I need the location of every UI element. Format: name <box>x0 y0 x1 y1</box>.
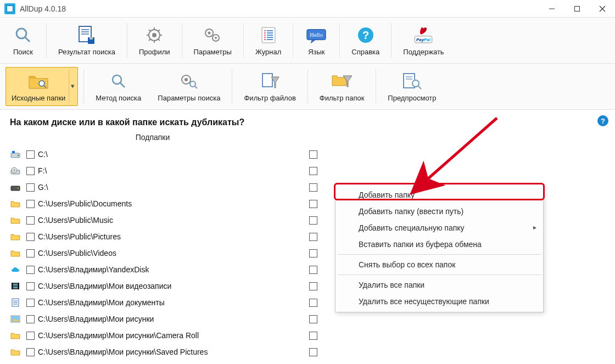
titlebar: AllDup 4.0.18 <box>0 0 615 18</box>
subfolder-checkbox[interactable] <box>309 249 317 257</box>
drive-primary-icon <box>10 149 21 159</box>
folder-row[interactable]: C:\Users\Public\Pictures <box>10 228 317 245</box>
subfolder-checkbox[interactable] <box>309 299 317 307</box>
folder-row[interactable]: C:\Users\Public\Videos <box>10 245 317 261</box>
subfolders-header: Подпапки <box>10 133 295 142</box>
folder-row[interactable]: C:\Users\Владимир\Мои рисунки\Camera Rol… <box>10 327 317 344</box>
folder-select-checkbox[interactable] <box>26 200 35 208</box>
search-button[interactable]: Поиск <box>5 21 41 60</box>
source-folders-button[interactable]: Исходные папки ▾ <box>5 67 78 106</box>
drive-dark-icon <box>10 182 21 192</box>
folder-path: C:\Users\Владимир\Мои документы <box>38 298 309 307</box>
subfolder-checkbox[interactable] <box>309 282 317 290</box>
log-icon <box>257 24 280 47</box>
ctx-add-folder-path[interactable]: Добавить папку (ввести путь) <box>336 203 543 220</box>
help-button[interactable]: ? Справка <box>345 21 385 60</box>
preview-button[interactable]: Предпросмотр <box>382 67 442 106</box>
folder-select-checkbox[interactable] <box>26 233 35 241</box>
svg-rect-51 <box>262 74 272 87</box>
ctx-paste-from-clipboard[interactable]: Вставить папки из буфера обмена <box>336 236 543 253</box>
svg-text:Hello: Hello <box>310 32 323 38</box>
profiles-button[interactable]: Профили <box>133 21 176 60</box>
svg-rect-65 <box>12 283 19 289</box>
svg-rect-1 <box>575 6 580 11</box>
folder-row[interactable]: C:\Users\Владимир\YandexDisk <box>10 261 317 278</box>
ctx-deselect-all[interactable]: Снять выбор со всех папок <box>336 256 543 273</box>
folder-icon <box>10 215 21 225</box>
picture-icon <box>10 314 21 324</box>
parameters-button[interactable]: Параметры <box>188 21 238 60</box>
folder-select-checkbox[interactable] <box>26 332 35 340</box>
folder-path: C:\Users\Public\Pictures <box>38 232 309 241</box>
results-button[interactable]: Результат поиска <box>52 21 121 60</box>
source-folders-panel: На каком диске или в какой папке искать … <box>0 110 615 364</box>
close-button[interactable] <box>590 0 615 18</box>
subfolder-checkbox[interactable] <box>309 167 317 175</box>
subfolder-checkbox[interactable] <box>309 233 317 241</box>
help-icon[interactable]: ? <box>597 115 608 126</box>
ctx-add-special-folder[interactable]: Добавить специальную папку <box>336 220 543 236</box>
svg-point-48 <box>185 78 188 81</box>
folder-icon <box>10 199 21 209</box>
log-button[interactable]: Журнал <box>249 21 287 60</box>
subfolder-checkbox[interactable] <box>309 183 317 192</box>
maximize-button[interactable] <box>564 0 590 18</box>
folder-select-checkbox[interactable] <box>26 216 35 225</box>
subfolder-checkbox[interactable] <box>309 315 317 323</box>
svg-rect-67 <box>18 283 19 289</box>
funnel-file-icon <box>259 70 282 93</box>
minimize-button[interactable] <box>539 0 564 18</box>
folder-select-checkbox[interactable] <box>26 167 35 175</box>
svg-point-62 <box>14 170 15 171</box>
folder-row[interactable]: C:\Users\Владимир\Мои рисунки <box>10 311 317 327</box>
question-icon: ? <box>354 24 377 47</box>
donate-button[interactable]: PayPal Поддержать <box>397 21 450 60</box>
folder-row[interactable]: C:\ <box>10 146 317 163</box>
source-folders-dropdown[interactable]: ▾ <box>69 70 76 102</box>
subfolder-checkbox[interactable] <box>309 216 317 225</box>
svg-rect-68 <box>13 284 18 285</box>
folder-select-checkbox[interactable] <box>26 282 35 290</box>
folder-select-checkbox[interactable] <box>26 348 35 356</box>
folder-path: C:\Users\Владимир\Мои рисунки <box>38 315 309 323</box>
folder-row[interactable]: F:\ <box>10 163 317 179</box>
language-button[interactable]: Hello Язык <box>299 21 334 60</box>
folder-icon <box>10 248 21 258</box>
subfolder-checkbox[interactable] <box>309 150 317 159</box>
folder-select-checkbox[interactable] <box>26 315 35 323</box>
svg-point-25 <box>215 37 217 39</box>
folder-select-checkbox[interactable] <box>26 249 35 257</box>
file-filter-button[interactable]: Фильтр файлов <box>238 67 301 106</box>
context-menu: Добавить папку Добавить папку (ввести пу… <box>335 184 544 312</box>
ctx-add-folder[interactable]: Добавить папку <box>336 187 543 203</box>
svg-point-45 <box>113 75 121 84</box>
folder-row[interactable]: C:\Users\Public\Documents <box>10 195 317 212</box>
folder-select-checkbox[interactable] <box>26 266 35 274</box>
folder-filter-button[interactable]: Фильтр папок <box>314 67 371 106</box>
folder-path: C:\Users\Public\Videos <box>38 249 309 257</box>
film-icon <box>10 281 21 291</box>
search-params-button[interactable]: Параметры поиска <box>152 67 226 106</box>
folder-row[interactable]: C:\Users\Владимир\Мои документы <box>10 294 317 311</box>
folder-row[interactable]: C:\Users\Владимир\Мои рисунки\Saved Pict… <box>10 344 317 360</box>
folder-row[interactable]: C:\Users\Public\Music <box>10 212 317 228</box>
subfolder-checkbox[interactable] <box>309 266 317 274</box>
folder-select-checkbox[interactable] <box>26 299 35 307</box>
folder-row[interactable]: G:\ <box>10 179 317 195</box>
search-method-button[interactable]: Метод поиска <box>90 67 147 106</box>
main-toolbar: Поиск Результат поиска Профили Параметры… <box>0 18 615 64</box>
folder-select-checkbox[interactable] <box>26 183 35 192</box>
subfolder-checkbox[interactable] <box>309 348 317 356</box>
subfolder-checkbox[interactable] <box>309 332 317 340</box>
subfolder-checkbox[interactable] <box>309 200 317 208</box>
folder-path: C:\Users\Владимир\Мои видеозаписи <box>38 282 309 290</box>
ctx-delete-all[interactable]: Удалить все папки <box>336 277 543 293</box>
folder-path: C:\Users\Public\Music <box>38 216 309 225</box>
svg-line-20 <box>158 30 160 31</box>
svg-point-43 <box>39 81 44 86</box>
ctx-delete-nonexisting[interactable]: Удалить все несуществующие папки <box>336 293 543 310</box>
folder-row[interactable]: C:\Users\Владимир\Мои видеозаписи <box>10 278 317 294</box>
folder-select-checkbox[interactable] <box>26 150 35 159</box>
svg-line-50 <box>195 86 197 88</box>
svg-point-4 <box>16 29 26 38</box>
